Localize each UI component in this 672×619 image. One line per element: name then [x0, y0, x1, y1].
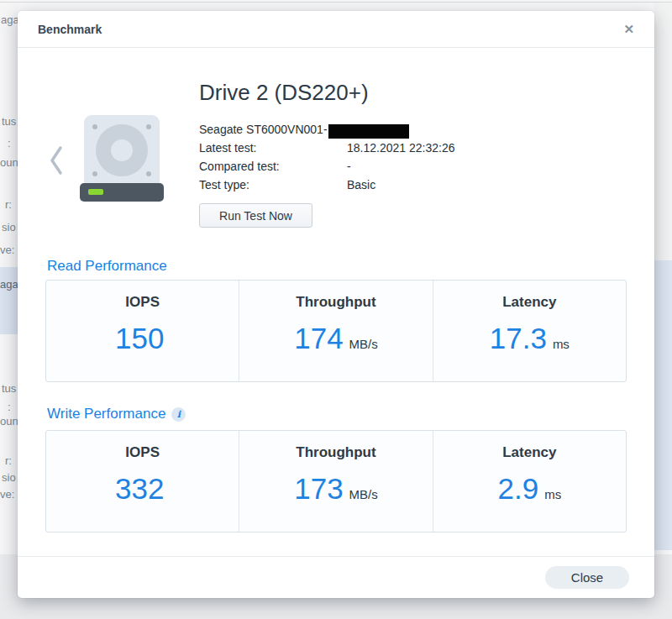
- drive-model-row: Seagate ST6000VN001-: [199, 123, 454, 141]
- latency-label: Latency: [502, 294, 556, 311]
- hard-drive-icon: [78, 113, 165, 206]
- background-text-fragment: :: [8, 401, 11, 413]
- read-performance-label: Read Performance: [47, 258, 167, 275]
- read-iops-value: 150: [115, 322, 164, 355]
- background-text-fragment: :: [8, 137, 11, 150]
- background-text-fragment: tus: [2, 115, 16, 128]
- read-latency-metric: Latency 17.3 ms: [433, 281, 626, 381]
- latest-test-label: Latest test:: [199, 141, 347, 155]
- dialog-title: Benchmark: [38, 23, 102, 36]
- drive-info-table: Seagate ST6000VN001- Latest test: 18.12.…: [199, 123, 454, 197]
- background-text-fragment: ve:: [0, 244, 14, 256]
- compared-test-value: -: [347, 160, 351, 173]
- throughput-label: Throughput: [296, 294, 375, 311]
- compared-test-row: Compared test: -: [199, 160, 454, 178]
- drive-model: Seagate ST6000VN001-: [199, 123, 328, 136]
- throughput-label: Throughput: [296, 444, 375, 461]
- background-text-fragment: ve:: [0, 488, 14, 501]
- write-latency-value: 2.9: [497, 472, 538, 506]
- redacted-serial: [328, 124, 409, 139]
- read-throughput-metric: Throughput 174 MB/s: [239, 281, 432, 381]
- read-performance-card: IOPS 150 Throughput 174 MB/s Latency 17.…: [45, 280, 627, 382]
- test-type-value: Basic: [347, 178, 375, 191]
- write-throughput-metric: Throughput 173 MB/s: [239, 431, 432, 532]
- background-text-fragment: oun: [0, 415, 18, 428]
- write-performance-label: Write Performance: [47, 406, 165, 422]
- benchmark-dialog: Benchmark ✕ Drive 2 (DS220+) Seagate ST6…: [18, 11, 654, 598]
- previous-drive-chevron-icon[interactable]: [49, 145, 64, 179]
- read-iops-metric: IOPS 150: [46, 281, 239, 381]
- background-text-fragment: sio: [2, 221, 16, 233]
- write-latency-metric: Latency 2.9 ms: [433, 431, 626, 532]
- background-selected-row-left: [0, 267, 18, 334]
- background-text-fragment: r:: [5, 198, 12, 211]
- write-performance-card: IOPS 332 Throughput 173 MB/s Latency 2.9…: [45, 430, 627, 532]
- background-text-fragment: tus: [2, 382, 16, 395]
- background-text-fragment: sio: [2, 471, 16, 484]
- run-test-now-button[interactable]: Run Test Now: [199, 203, 312, 228]
- latest-test-row: Latest test: 18.12.2021 22:32:26: [199, 141, 454, 160]
- background-text-fragment: aga: [0, 278, 18, 291]
- background-panel-right: [654, 3, 672, 260]
- test-type-row: Test type: Basic: [199, 178, 454, 197]
- write-iops-value: 332: [115, 472, 164, 506]
- background-text-fragment: r:: [5, 454, 12, 467]
- write-iops-metric: IOPS 332: [46, 431, 239, 532]
- iops-label: IOPS: [125, 294, 160, 311]
- background-text-fragment: aga: [1, 13, 19, 26]
- write-throughput-unit: MB/s: [349, 487, 378, 501]
- write-throughput-value: 173: [294, 472, 343, 506]
- drive-title: Drive 2 (DS220+): [199, 80, 369, 106]
- latest-test-value: 18.12.2021 22:32:26: [347, 141, 454, 155]
- latency-label: Latency: [502, 444, 556, 461]
- iops-label: IOPS: [125, 444, 160, 461]
- read-throughput-value: 174: [294, 322, 343, 355]
- background-selected-row-right: [654, 260, 672, 550]
- close-icon[interactable]: ✕: [623, 23, 634, 35]
- close-button[interactable]: Close: [545, 566, 629, 589]
- read-latency-unit: ms: [553, 337, 570, 351]
- write-latency-unit: ms: [544, 487, 561, 501]
- dialog-footer: Close: [18, 556, 654, 598]
- read-performance-title: Read Performance: [47, 258, 167, 275]
- background-text-fragment: oun: [0, 156, 18, 169]
- write-performance-title: Write Performance i: [47, 406, 186, 422]
- read-latency-value: 17.3: [490, 322, 547, 355]
- read-throughput-unit: MB/s: [349, 337, 378, 351]
- info-icon[interactable]: i: [171, 407, 186, 422]
- test-type-label: Test type:: [199, 178, 347, 191]
- page-top-border: [0, 2, 672, 3]
- compared-test-label: Compared test:: [199, 160, 347, 173]
- dialog-header: Benchmark ✕: [18, 11, 654, 48]
